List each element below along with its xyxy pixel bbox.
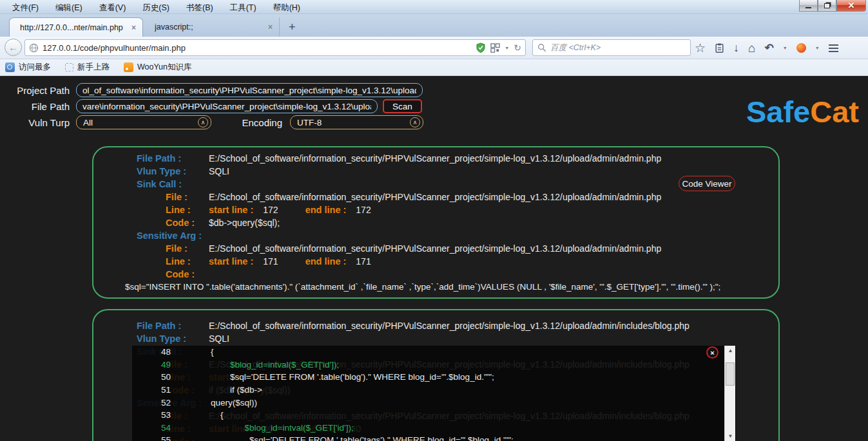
shield-icon[interactable] [476,42,486,53]
line-number: 52 [132,398,171,408]
search-box[interactable] [532,39,691,56]
back-button[interactable]: ← [5,39,22,56]
vulnerable-sql-code: $sql="INSERT INTO ".table('attachments')… [125,282,720,292]
window-controls: ✕ [799,0,866,12]
line-code: query($sql)) [211,398,257,408]
getting-started-icon [65,63,73,71]
file-path-input[interactable] [76,99,378,113]
bookmark-wooyun[interactable]: WooYun知识库 [124,62,192,73]
vuln-type-value: SQLI [209,166,229,176]
search-input[interactable] [550,43,686,52]
encoding-select[interactable]: UTF-8 ∧ [290,115,423,129]
code-viewer-button[interactable]: Code Viewer [679,176,735,191]
menu-item[interactable]: 查看(V) [91,1,135,15]
scroll-up-icon[interactable]: ▲ [725,346,736,355]
result-panel-1: File Path :E:/School_of_software/informa… [92,146,780,299]
menu-item[interactable]: 帮助(H) [265,1,309,15]
code-label: Code : [166,218,195,228]
url-bar-icons: ▼ ↻ [476,42,521,53]
home-icon[interactable]: ⌂ [748,41,755,55]
overlay-scrollbar[interactable]: ▲ ▼ [724,346,735,441]
sensitive-arg-label: Sensitive Arg : [137,230,202,241]
bookmark-star-icon[interactable]: ☆ [695,41,706,55]
sink-file-value: E:/School_of_software/information_securi… [209,192,661,202]
line-code: $blog_id=intval($_GET['id']); [211,423,354,433]
start-line-value: 171 [263,256,278,267]
code-line: 55 $sql='DELETE FROM '.table('tags')." W… [132,434,736,441]
url-dropdown-icon[interactable]: ▼ [505,46,509,50]
logo-cat: Cat [810,95,859,129]
line-number: 53 [132,410,171,420]
minimize-icon [805,7,811,8]
menu-item[interactable]: 历史(S) [134,1,178,15]
close-icon: × [710,349,714,357]
line-code: $sql='DELETE FROM '.table('blog')." WHER… [211,372,494,382]
scrollbar-thumb[interactable] [726,362,735,386]
scroll-down-icon[interactable]: ▼ [725,431,736,441]
back-arrow-icon: ← [8,42,18,53]
project-path-input[interactable] [76,83,423,97]
overlay-close-button[interactable]: × [706,346,719,359]
code-line: 48 { [132,346,736,359]
end-line-label: end line : [305,256,347,267]
line-number: 48 [132,347,171,357]
menu-bar: 文件(F) 编辑(E) 查看(V) 历史(S) 书签(B) 工具(T) 帮助(H… [0,0,868,14]
vuln-type-select[interactable]: All ∧ [76,115,211,129]
tab-javascript[interactable]: javascript:; × [144,17,280,37]
addon-dropdown-icon[interactable]: ▼ [815,46,820,50]
tab-close-icon[interactable]: × [131,23,136,32]
bookmarks-menu-icon[interactable] [715,43,724,53]
line-number: 54 [132,423,171,433]
code-label: Code : [166,269,195,279]
file-path-value: E:/School_of_software/information_securi… [209,321,690,331]
file-path-value: E:/School_of_software/information_securi… [209,153,661,164]
file-label: File : [166,243,188,254]
line-code: { [211,347,214,357]
navigation-toolbar: ← ▼ ↻ [0,37,868,59]
line-code: if ($db-> [211,385,262,395]
end-line-label: end line : [305,205,347,215]
line-number: 50 [132,372,171,382]
url-input[interactable] [43,43,476,53]
restore-button[interactable] [818,0,836,12]
bookmark-label: WooYun知识库 [137,62,192,73]
tab-close-icon[interactable]: × [268,23,273,32]
qr-code-icon[interactable] [490,43,500,53]
sink-code-value: $db->query($sql); [209,218,280,228]
hamburger-menu-icon[interactable] [829,44,838,52]
restore-icon [824,3,830,8]
line-label: Line : [166,205,191,215]
bookmark-label: 新手上路 [77,62,110,73]
file-label: File : [166,192,188,202]
menu-item[interactable]: 文件(F) [4,1,47,15]
reload-icon[interactable]: ↻ [514,42,521,53]
scan-button[interactable]: Scan [383,99,422,113]
file-path-label: File Path : [137,153,181,164]
menu-items: 文件(F) 编辑(E) 查看(V) 历史(S) 书签(B) 工具(T) 帮助(H… [4,1,309,15]
menu-item[interactable]: 书签(B) [178,1,222,15]
end-line-value: 172 [356,205,371,215]
end-line-value: 171 [356,256,371,267]
menu-item[interactable]: 工具(T) [222,1,265,15]
bookmarks-bar: 访问最多 新手上路 WooYun知识库 [0,59,868,76]
menu-item[interactable]: 编辑(E) [47,1,91,15]
downloads-icon[interactable]: ↓ [733,41,739,55]
bookmark-label: 访问最多 [19,62,51,73]
tab-main-php[interactable]: http://127.0.0...nter/main.php × [9,17,143,37]
bookmark-getting-started[interactable]: 新手上路 [65,62,110,73]
code-line: 49 $blog_id=intval($_GET['id']); [132,359,736,371]
bookmark-most-visited[interactable]: 访问最多 [5,62,51,73]
new-tab-button[interactable]: + [284,19,301,35]
restore-dropdown-icon[interactable]: ▼ [783,46,787,50]
page-content: Project Path File Path Scan Vuln Turp Al… [0,76,868,441]
firefox-addon-icon[interactable] [796,43,806,53]
vuln-type-value: All [83,118,93,127]
code-line: 51 if ($db-> [132,384,736,397]
url-bar[interactable]: ▼ ↻ [24,39,526,56]
start-line-label: start line : [209,256,253,267]
minimize-button[interactable] [799,0,818,12]
session-restore-icon[interactable]: ↶ [765,41,774,55]
globe-icon [29,43,39,53]
close-button[interactable]: ✕ [836,0,866,12]
vuln-type-value: SQLI [209,333,229,344]
